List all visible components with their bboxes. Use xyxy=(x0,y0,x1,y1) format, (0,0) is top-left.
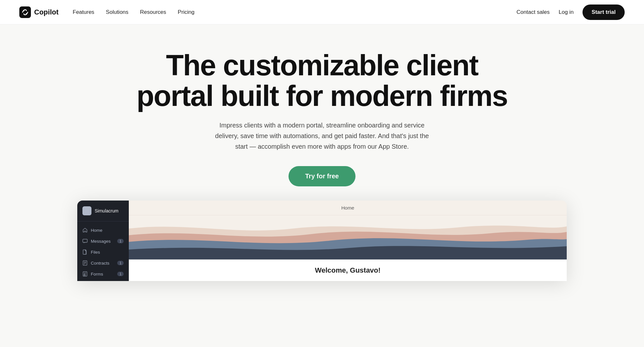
nav-link-features[interactable]: Features xyxy=(73,9,94,15)
nav-item-solutions[interactable]: Solutions xyxy=(106,9,128,15)
sidebar-item-billing[interactable]: Billing xyxy=(77,279,129,281)
app-topbar: Home xyxy=(129,201,567,215)
product-preview: Simulacrum Home xyxy=(77,201,567,281)
sidebar-item-files[interactable]: Files xyxy=(77,247,129,258)
log-in-link[interactable]: Log in xyxy=(559,9,573,15)
hero-headline: The customizable client portal built for… xyxy=(137,50,507,111)
nav-right: Contact sales Log in Start trial xyxy=(516,5,625,20)
contracts-icon xyxy=(82,260,88,266)
sidebar-item-forms[interactable]: Forms 1 xyxy=(77,268,129,279)
nav-item-pricing[interactable]: Pricing xyxy=(178,9,194,15)
hero-subtext: Impress clients with a modern portal, st… xyxy=(213,120,431,152)
messages-badge: 1 xyxy=(117,239,124,243)
sidebar-label-forms: Forms xyxy=(91,272,103,277)
sidebar-label-messages: Messages xyxy=(91,239,111,244)
sidebar-nav: Home Messages 1 xyxy=(77,221,129,281)
welcome-text: Welcome, Gustavo! xyxy=(315,266,381,275)
nav-links: Features Solutions Resources Pricing xyxy=(73,9,194,15)
sidebar-label-files: Files xyxy=(91,250,100,255)
home-icon xyxy=(82,228,88,233)
svg-rect-12 xyxy=(84,275,85,276)
nav-link-solutions[interactable]: Solutions xyxy=(106,9,128,15)
start-trial-button[interactable]: Start trial xyxy=(582,5,625,20)
app-sidebar: Simulacrum Home xyxy=(77,201,129,281)
wave-chart-area xyxy=(129,215,567,259)
hero-headline-line2: portal built for modern firms xyxy=(137,80,507,112)
contact-sales-link[interactable]: Contact sales xyxy=(516,9,550,15)
files-icon xyxy=(82,249,88,255)
sidebar-label-home: Home xyxy=(91,228,102,233)
nav-item-resources[interactable]: Resources xyxy=(140,9,166,15)
hero-section: The customizable client portal built for… xyxy=(0,24,644,300)
sidebar-item-contracts[interactable]: Contracts 1 xyxy=(77,258,129,268)
svg-rect-0 xyxy=(19,6,31,18)
logo-icon xyxy=(19,6,31,18)
logo[interactable]: Copilot xyxy=(19,6,59,18)
hero-headline-line1: The customizable client xyxy=(166,49,478,81)
sidebar-brand-name: Simulacrum xyxy=(95,208,118,213)
nav-item-features[interactable]: Features xyxy=(73,9,94,15)
forms-icon xyxy=(82,271,88,277)
contracts-badge: 1 xyxy=(117,261,124,265)
nav-left: Copilot Features Solutions Resources Pri… xyxy=(19,6,194,18)
svg-point-1 xyxy=(23,10,24,11)
nav-link-resources[interactable]: Resources xyxy=(140,9,166,15)
welcome-section: Welcome, Gustavo! xyxy=(129,259,567,281)
svg-rect-3 xyxy=(83,239,87,242)
nav-link-pricing[interactable]: Pricing xyxy=(178,9,194,15)
app-main-area: Home Welcome, Gustavo! xyxy=(129,201,567,281)
messages-icon xyxy=(82,239,88,244)
app-topbar-label: Home xyxy=(341,205,354,211)
try-for-free-button[interactable]: Try for free xyxy=(289,166,355,186)
sidebar-brand: Simulacrum xyxy=(77,201,129,221)
sidebar-label-contracts: Contracts xyxy=(91,261,109,266)
wave-svg xyxy=(129,215,567,259)
sidebar-item-messages[interactable]: Messages 1 xyxy=(77,236,129,247)
sidebar-avatar xyxy=(82,206,91,215)
svg-point-2 xyxy=(26,13,27,14)
main-nav: Copilot Features Solutions Resources Pri… xyxy=(0,0,644,24)
sidebar-item-home[interactable]: Home xyxy=(77,225,129,236)
logo-text: Copilot xyxy=(34,8,59,16)
forms-badge: 1 xyxy=(117,272,124,276)
